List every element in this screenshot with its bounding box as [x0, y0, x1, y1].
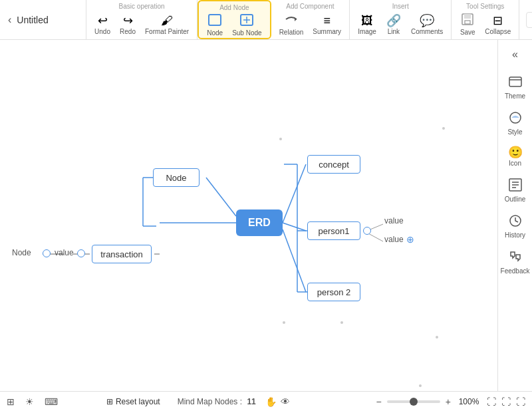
erd-node[interactable]: ERD [236, 209, 283, 236]
reset-layout-button[interactable]: ⊞ Reset layout [106, 397, 160, 406]
image-button[interactable]: 🖼 Image [354, 12, 380, 37]
tool-settings-items: Save ⊟ Collapse [456, 11, 515, 38]
tool-settings-label: Tool Settings [456, 1, 515, 10]
back-button[interactable]: ‹ [8, 14, 11, 26]
fullscreen-icon[interactable]: ⛶ [501, 396, 511, 407]
undo-label: Undo [94, 28, 110, 35]
canvas[interactable]: ERD concept person1 person 2 Node transa… [0, 40, 497, 391]
reset-layout-label: Reset layout [116, 397, 160, 406]
sidebar-item-feedback[interactable]: Feedback [499, 245, 531, 279]
node-count: 11 [247, 397, 255, 406]
add-component-items: Relation ≡ Summary [275, 11, 346, 38]
node-top-node[interactable]: Node [153, 168, 200, 187]
format-painter-button[interactable]: 🖌 Format Painter [141, 12, 193, 37]
dot-3 [283, 321, 285, 324]
summary-button[interactable]: ≡ Summary [309, 12, 345, 37]
relation-icon [285, 13, 298, 27]
image-icon: 🖼 [361, 15, 373, 27]
outline-icon [508, 178, 523, 194]
transaction-node[interactable]: transaction [92, 245, 152, 263]
style-icon [508, 110, 523, 127]
erd-label: ERD [248, 217, 271, 229]
footer-mid: ⊞ Reset layout Mind Map Nodes : 11 ✋ 👁 [106, 396, 290, 407]
format-painter-icon: 🖌 [161, 15, 173, 27]
sidebar-item-theme[interactable]: Theme [499, 70, 531, 104]
summary-icon: ≡ [323, 15, 331, 27]
icon-label: Icon [509, 160, 521, 167]
svg-rect-6 [464, 14, 471, 19]
comments-icon: 💬 [420, 15, 434, 27]
transaction-label: transaction [100, 249, 143, 259]
value-r1-label: value [384, 216, 404, 225]
outline-label: Outline [505, 196, 526, 203]
sidebar-item-style[interactable]: Style [499, 106, 531, 140]
zoom-minus-icon[interactable]: − [376, 396, 382, 407]
fit-screen-icon[interactable]: ⛶ [487, 396, 496, 407]
person1-node[interactable]: person1 [307, 221, 360, 240]
basic-operation-label: Basic operation [90, 1, 193, 10]
concept-node[interactable]: concept [307, 155, 360, 174]
footer-hand-icon[interactable]: ✋ [265, 396, 277, 407]
comments-btn-label: Comments [411, 28, 443, 35]
image-btn-label: Image [358, 28, 376, 35]
right-sidebar: « Theme Style 🙂 Icon Outline [497, 40, 532, 391]
mindmap-nodes-label: Mind Map Nodes : 11 [178, 397, 256, 406]
footer-grid-icon[interactable]: ⊞ [7, 396, 15, 407]
theme-label: Theme [505, 92, 525, 100]
footer-sun-icon[interactable]: ☀ [25, 396, 34, 407]
share-button[interactable]: ⤴ Share [526, 12, 532, 28]
person2-node[interactable]: person 2 [307, 283, 360, 301]
node-button[interactable]: Node [203, 13, 227, 38]
feedback-label: Feedback [501, 267, 530, 275]
footer-keyboard-icon[interactable]: ⌨ [45, 396, 58, 407]
node-top-label: Node [166, 173, 186, 183]
sidebar-collapse-button[interactable]: « [505, 45, 526, 64]
zoom-plus-icon[interactable]: + [446, 396, 451, 407]
sidebar-item-outline[interactable]: Outline [499, 174, 531, 207]
footer-eye-icon[interactable]: 👁 [281, 396, 290, 407]
save-button[interactable]: Save [456, 12, 479, 37]
value-r1-text: value [384, 216, 404, 225]
dot-1 [279, 138, 282, 140]
basic-operation-group: Basic operation ↩ Undo ↪ Redo 🖌 Format P… [86, 0, 198, 39]
summary-btn-label: Summary [313, 28, 341, 35]
concept-label: concept [319, 160, 349, 170]
node-left-text: Node [12, 248, 31, 257]
svg-rect-0 [209, 15, 221, 25]
svg-line-15 [206, 178, 236, 216]
collapse-button[interactable]: ⊟ Collapse [481, 12, 515, 37]
undo-button[interactable]: ↩ Undo [90, 12, 114, 37]
sidebar-item-history[interactable]: History [499, 209, 531, 243]
link-button[interactable]: 🔗 Link [382, 12, 406, 37]
sub-node-button[interactable]: Sub Node [228, 13, 265, 38]
link-icon: 🔗 [386, 15, 401, 27]
relation-button[interactable]: Relation [275, 12, 308, 37]
dot-2 [442, 127, 445, 130]
collapse-btn-label: Collapse [485, 28, 511, 35]
undo-icon: ↩ [98, 15, 108, 27]
insert-items: 🖼 Image 🔗 Link 💬 Comments [354, 11, 447, 38]
add-node-items: Node Sub Node [203, 13, 265, 38]
icon-icon: 🙂 [508, 146, 523, 158]
style-label: Style [507, 128, 522, 136]
comments-button[interactable]: 💬 Comments [407, 12, 447, 37]
node-btn-label: Node [207, 29, 223, 37]
zoom-slider[interactable] [387, 400, 440, 403]
add-component-group: Add Component Relation ≡ Summary [271, 0, 350, 39]
toolbar-right: ⤴ Share 📂 Export [519, 0, 532, 39]
format-painter-label: Format Painter [145, 28, 189, 35]
zoom-thumb[interactable] [410, 398, 418, 406]
value-left-text: value [55, 248, 74, 257]
node-left-label: Node [12, 248, 31, 257]
svg-line-9 [283, 223, 306, 231]
reset-layout-icon: ⊞ [106, 397, 113, 406]
redo-button[interactable]: ↪ Redo [116, 12, 140, 37]
value-r2-text: value ⊕ [384, 234, 414, 245]
tool-settings-group: Tool Settings Save ⊟ Collapse [452, 0, 519, 39]
collapse-icon: ⊟ [493, 15, 503, 27]
person1-right-circle [363, 227, 371, 235]
svg-rect-25 [509, 77, 521, 86]
more-icon[interactable]: ⛶ [516, 396, 525, 407]
sidebar-item-icon[interactable]: 🙂 Icon [499, 142, 531, 171]
value-left-label: value [55, 248, 74, 257]
